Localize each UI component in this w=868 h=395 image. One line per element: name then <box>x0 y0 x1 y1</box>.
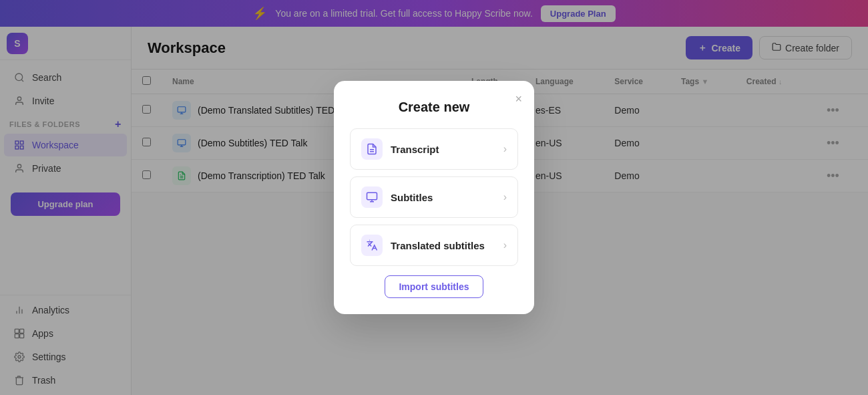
modal-footer: Import subtitles <box>350 275 518 298</box>
subtitles-option-icon <box>361 186 383 208</box>
svg-rect-26 <box>367 192 377 200</box>
modal-option-left-transcript: Transcript <box>361 138 439 160</box>
create-new-modal: × Create new Transcript › Subtitles › <box>334 81 534 314</box>
transcript-option-label: Transcript <box>391 144 439 155</box>
modal-close-button[interactable]: × <box>512 90 525 108</box>
modal-title: Create new <box>350 100 518 115</box>
transcript-arrow-icon: › <box>503 143 507 155</box>
modal-option-transcript[interactable]: Transcript › <box>350 128 518 170</box>
modal-option-subtitles[interactable]: Subtitles › <box>350 176 518 218</box>
import-subtitles-button[interactable]: Import subtitles <box>385 275 483 298</box>
transcript-option-icon <box>361 138 383 160</box>
translated-subtitles-option-label: Translated subtitles <box>391 240 485 251</box>
modal-option-left-subtitles: Subtitles <box>361 186 433 208</box>
modal-option-translated-subtitles[interactable]: Translated subtitles › <box>350 225 518 266</box>
subtitles-option-label: Subtitles <box>391 192 433 203</box>
modal-option-left-translated: Translated subtitles <box>361 235 485 256</box>
translated-arrow-icon: › <box>503 239 507 251</box>
subtitles-arrow-icon: › <box>503 191 507 203</box>
modal-overlay[interactable]: × Create new Transcript › Subtitles › <box>0 0 868 395</box>
translate-option-icon <box>361 235 383 256</box>
